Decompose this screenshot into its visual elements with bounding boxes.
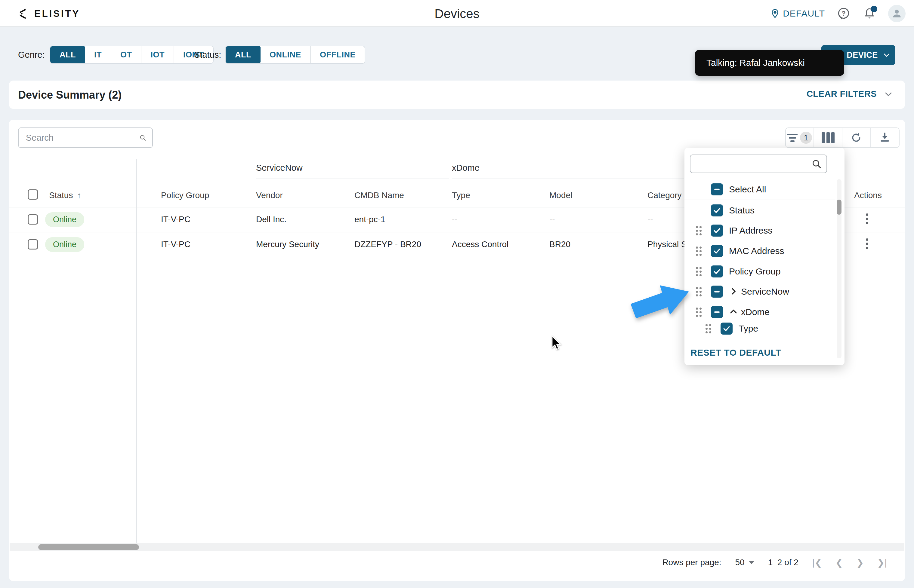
group-underline	[452, 179, 684, 179]
checkbox-indeterminate[interactable]	[711, 306, 723, 318]
status-button-group: ALLONLINEOFFLINE	[225, 46, 365, 64]
genre-option-ot[interactable]: OT	[111, 46, 142, 63]
filter-button[interactable]: 1	[786, 128, 814, 147]
person-icon	[891, 8, 903, 19]
column-header-vendor[interactable]: Vendor	[256, 191, 283, 200]
chevron-right-icon[interactable]	[729, 287, 738, 297]
summary-title: Device Summary (2)	[18, 89, 122, 101]
column-menu-item-ip-address[interactable]: IP Address	[684, 222, 835, 239]
reset-to-default-button[interactable]: RESET TO DEFAULT	[690, 347, 781, 358]
drag-handle-icon[interactable]	[696, 307, 702, 317]
column-header-actions[interactable]: Actions	[843, 191, 893, 200]
drag-handle-icon[interactable]	[696, 267, 702, 276]
column-menu-item-label: xDome	[741, 307, 770, 317]
cell-vendor: Mercury Security	[256, 239, 319, 249]
search-icon	[139, 132, 146, 143]
checkbox-indeterminate[interactable]	[711, 183, 723, 195]
first-page-button[interactable]: |❮	[812, 557, 822, 568]
chevron-up-icon[interactable]	[729, 307, 738, 317]
mouse-cursor	[551, 336, 565, 351]
site-label: DEFAULT	[783, 8, 825, 19]
column-header-cmdb_name[interactable]: CMDB Name	[355, 191, 404, 200]
page-range-label: 1–2 of 2	[768, 557, 799, 567]
notifications-button[interactable]	[862, 6, 877, 21]
location-pin-icon	[770, 9, 780, 18]
column-menu-item-select-all[interactable]: Select All	[684, 181, 835, 198]
column-header-status[interactable]: Status↑	[49, 191, 81, 200]
download-icon	[879, 132, 891, 144]
column-menu-item-policy-group[interactable]: Policy Group	[684, 263, 835, 280]
filter-count-badge: 1	[800, 132, 812, 144]
column-menu-item-mac-address[interactable]: MAC Address	[684, 242, 835, 259]
filter-icon	[788, 134, 797, 142]
columns-button[interactable]	[814, 128, 843, 147]
rows-per-page-select[interactable]: 50	[735, 557, 754, 567]
status-badge: Online	[45, 212, 84, 227]
menu-divider	[684, 200, 835, 200]
chevron-down-icon	[884, 90, 893, 99]
drag-handle-icon[interactable]	[696, 287, 702, 296]
column-group-xdome: xDome	[452, 163, 480, 173]
cell-type: Access Control	[452, 239, 509, 249]
row-actions-button[interactable]	[866, 213, 868, 226]
cell-model: BR20	[549, 239, 570, 249]
column-menu-item-status[interactable]: Status	[684, 202, 835, 219]
column-menu-search	[690, 155, 827, 173]
drag-handle-icon[interactable]	[696, 247, 702, 256]
table-search	[18, 128, 153, 148]
search-input[interactable]	[19, 133, 139, 143]
annotation-arrow	[627, 281, 692, 321]
genre-label: Genre:	[18, 50, 45, 60]
checkbox-checked[interactable]	[711, 265, 723, 278]
checkbox-checked[interactable]	[711, 245, 723, 257]
last-page-button[interactable]: ❯|	[877, 557, 887, 568]
checkbox-indeterminate[interactable]	[711, 286, 723, 297]
search-icon	[812, 159, 822, 169]
column-menu-item-servicenow[interactable]: ServiceNow	[684, 283, 835, 300]
help-button[interactable]: ?	[836, 6, 851, 21]
status-option-all[interactable]: ALL	[225, 46, 261, 63]
column-menu-item-label: MAC Address	[729, 246, 784, 256]
user-avatar[interactable]	[888, 5, 906, 22]
horizontal-scrollbar[interactable]	[10, 543, 904, 551]
rows-per-page-label: Rows per page:	[662, 557, 721, 567]
svg-text:?: ?	[841, 10, 845, 17]
chevron-down-icon	[883, 51, 891, 59]
clear-filters-button[interactable]: CLEAR FILTERS	[807, 89, 893, 99]
download-button[interactable]	[871, 128, 899, 147]
status-option-online[interactable]: ONLINE	[261, 46, 311, 63]
pagination-bar: Rows per page: 50 1–2 of 2 |❮ ❮ ❯ ❯|	[662, 552, 887, 573]
column-header-type[interactable]: Type	[452, 191, 470, 200]
previous-page-button[interactable]: ❮	[835, 557, 843, 568]
status-option-offline[interactable]: OFFLINE	[311, 46, 365, 63]
site-selector[interactable]: DEFAULT	[770, 8, 825, 19]
sort-asc-icon: ↑	[77, 191, 81, 200]
column-header-model[interactable]: Model	[549, 191, 572, 200]
column-search-input[interactable]	[690, 159, 812, 169]
cell-category: --	[647, 215, 653, 224]
column-header-category[interactable]: Category	[647, 191, 682, 200]
checkbox-checked[interactable]	[711, 204, 723, 216]
columns-icon	[822, 132, 835, 143]
row-checkbox[interactable]	[28, 239, 38, 249]
checkbox-checked[interactable]	[721, 323, 732, 334]
column-menu-item-type[interactable]: Type	[684, 320, 835, 337]
checkbox-checked[interactable]	[711, 225, 723, 237]
drag-handle-icon[interactable]	[696, 226, 702, 235]
device-summary-card: Device Summary (2) CLEAR FILTERS	[9, 81, 905, 109]
genre-option-all[interactable]: ALL	[50, 46, 86, 63]
genre-option-iot[interactable]: IOT	[141, 46, 174, 63]
row-actions-button[interactable]	[866, 238, 868, 251]
select-all-checkbox[interactable]	[28, 189, 38, 200]
next-page-button[interactable]: ❯	[856, 557, 864, 568]
column-menu-item-xdome[interactable]: xDome	[684, 304, 835, 320]
table-toolbar: 1	[785, 128, 899, 148]
horizontal-scrollbar-thumb[interactable]	[38, 544, 139, 550]
column-header-policy_group[interactable]: Policy Group	[161, 191, 209, 200]
cell-cmdb_name: ent-pc-1	[355, 215, 386, 224]
genre-option-it[interactable]: IT	[85, 46, 111, 63]
menu-scrollbar-thumb[interactable]	[837, 200, 841, 215]
drag-handle-icon[interactable]	[705, 324, 711, 333]
row-checkbox[interactable]	[28, 214, 38, 225]
refresh-button[interactable]	[843, 128, 871, 147]
